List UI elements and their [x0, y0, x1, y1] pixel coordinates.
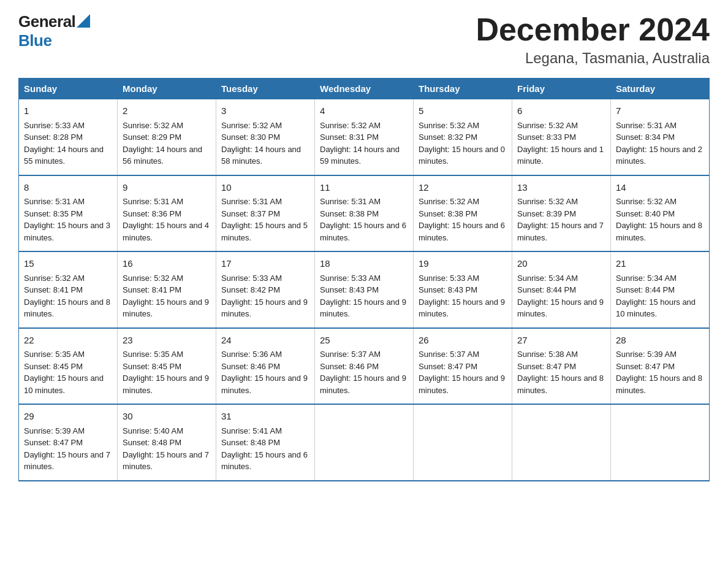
svg-marker-0: [77, 14, 90, 28]
day-number: 3: [221, 104, 309, 118]
day-info: Sunrise: 5:33 AMSunset: 8:28 PMDaylight:…: [24, 121, 104, 166]
column-header-tuesday: Tuesday: [216, 79, 315, 99]
day-number: 29: [24, 410, 112, 424]
calendar-week-row: 15Sunrise: 5:32 AMSunset: 8:41 PMDayligh…: [19, 251, 710, 328]
calendar-cell: 1Sunrise: 5:33 AMSunset: 8:28 PMDaylight…: [19, 99, 118, 175]
day-info: Sunrise: 5:33 AMSunset: 8:43 PMDaylight:…: [320, 274, 406, 319]
calendar-cell: 29Sunrise: 5:39 AMSunset: 8:47 PMDayligh…: [19, 404, 118, 481]
day-number: 17: [221, 257, 309, 271]
calendar-cell: 15Sunrise: 5:32 AMSunset: 8:41 PMDayligh…: [19, 251, 118, 328]
calendar-cell: 17Sunrise: 5:33 AMSunset: 8:42 PMDayligh…: [216, 251, 315, 328]
day-info: Sunrise: 5:34 AMSunset: 8:44 PMDaylight:…: [517, 274, 604, 319]
day-number: 8: [24, 181, 112, 195]
calendar-week-row: 29Sunrise: 5:39 AMSunset: 8:47 PMDayligh…: [19, 404, 710, 481]
day-number: 27: [517, 334, 605, 348]
calendar-cell: [611, 404, 710, 481]
day-info: Sunrise: 5:31 AMSunset: 8:37 PMDaylight:…: [221, 197, 308, 242]
day-info: Sunrise: 5:31 AMSunset: 8:34 PMDaylight:…: [616, 121, 702, 166]
day-info: Sunrise: 5:35 AMSunset: 8:45 PMDaylight:…: [24, 350, 104, 395]
day-info: Sunrise: 5:32 AMSunset: 8:39 PMDaylight:…: [517, 197, 604, 242]
calendar-cell: 2Sunrise: 5:32 AMSunset: 8:29 PMDaylight…: [118, 99, 216, 175]
day-number: 21: [616, 257, 704, 271]
calendar-cell: 11Sunrise: 5:31 AMSunset: 8:38 PMDayligh…: [315, 175, 414, 252]
day-info: Sunrise: 5:32 AMSunset: 8:41 PMDaylight:…: [123, 274, 209, 319]
day-number: 22: [24, 334, 112, 348]
day-info: Sunrise: 5:32 AMSunset: 8:38 PMDaylight:…: [419, 197, 505, 242]
day-info: Sunrise: 5:32 AMSunset: 8:31 PMDaylight:…: [320, 121, 400, 166]
calendar-cell: 14Sunrise: 5:32 AMSunset: 8:40 PMDayligh…: [611, 175, 710, 252]
calendar-title: December 2024: [476, 12, 710, 47]
calendar-cell: 20Sunrise: 5:34 AMSunset: 8:44 PMDayligh…: [512, 251, 611, 328]
calendar-cell: 24Sunrise: 5:36 AMSunset: 8:46 PMDayligh…: [216, 328, 315, 405]
calendar-cell: [315, 404, 414, 481]
day-number: 12: [419, 181, 507, 195]
day-number: 23: [123, 334, 211, 348]
day-number: 6: [517, 104, 605, 118]
calendar-week-row: 8Sunrise: 5:31 AMSunset: 8:35 PMDaylight…: [19, 175, 710, 252]
day-number: 20: [517, 257, 605, 271]
day-number: 10: [221, 181, 309, 195]
day-info: Sunrise: 5:32 AMSunset: 8:29 PMDaylight:…: [123, 121, 202, 166]
calendar-table: SundayMondayTuesdayWednesdayThursdayFrid…: [18, 78, 710, 481]
calendar-cell: 6Sunrise: 5:32 AMSunset: 8:33 PMDaylight…: [512, 99, 611, 175]
day-number: 5: [419, 104, 507, 118]
day-number: 9: [123, 181, 211, 195]
day-number: 25: [320, 334, 408, 348]
calendar-cell: 19Sunrise: 5:33 AMSunset: 8:43 PMDayligh…: [414, 251, 512, 328]
day-info: Sunrise: 5:37 AMSunset: 8:46 PMDaylight:…: [320, 350, 406, 395]
day-info: Sunrise: 5:41 AMSunset: 8:48 PMDaylight:…: [221, 426, 308, 472]
day-info: Sunrise: 5:32 AMSunset: 8:32 PMDaylight:…: [419, 121, 505, 166]
calendar-cell: 23Sunrise: 5:35 AMSunset: 8:45 PMDayligh…: [118, 328, 216, 405]
calendar-cell: 9Sunrise: 5:31 AMSunset: 8:36 PMDaylight…: [118, 175, 216, 252]
day-info: Sunrise: 5:39 AMSunset: 8:47 PMDaylight:…: [616, 350, 702, 395]
day-number: 19: [419, 257, 507, 271]
calendar-week-row: 22Sunrise: 5:35 AMSunset: 8:45 PMDayligh…: [19, 328, 710, 405]
day-number: 1: [24, 104, 112, 118]
day-info: Sunrise: 5:38 AMSunset: 8:47 PMDaylight:…: [517, 350, 604, 395]
day-number: 2: [123, 104, 211, 118]
day-info: Sunrise: 5:35 AMSunset: 8:45 PMDaylight:…: [123, 350, 209, 395]
day-info: Sunrise: 5:37 AMSunset: 8:47 PMDaylight:…: [419, 350, 505, 395]
calendar-cell: 30Sunrise: 5:40 AMSunset: 8:48 PMDayligh…: [118, 404, 216, 481]
day-info: Sunrise: 5:34 AMSunset: 8:44 PMDaylight:…: [616, 274, 696, 319]
calendar-cell: 26Sunrise: 5:37 AMSunset: 8:47 PMDayligh…: [414, 328, 512, 405]
day-number: 13: [517, 181, 605, 195]
day-number: 28: [616, 334, 704, 348]
day-info: Sunrise: 5:32 AMSunset: 8:33 PMDaylight:…: [517, 121, 604, 166]
calendar-cell: 13Sunrise: 5:32 AMSunset: 8:39 PMDayligh…: [512, 175, 611, 252]
calendar-cell: 28Sunrise: 5:39 AMSunset: 8:47 PMDayligh…: [611, 328, 710, 405]
day-number: 7: [616, 104, 704, 118]
calendar-cell: 8Sunrise: 5:31 AMSunset: 8:35 PMDaylight…: [19, 175, 118, 252]
column-header-thursday: Thursday: [414, 79, 512, 99]
calendar-cell: [512, 404, 611, 481]
day-number: 4: [320, 104, 408, 118]
calendar-cell: 5Sunrise: 5:32 AMSunset: 8:32 PMDaylight…: [414, 99, 512, 175]
page-header: General Blue December 2024 Legana, Tasma…: [18, 12, 710, 67]
logo: General Blue: [18, 12, 90, 50]
calendar-cell: 7Sunrise: 5:31 AMSunset: 8:34 PMDaylight…: [611, 99, 710, 175]
day-number: 11: [320, 181, 408, 195]
day-number: 18: [320, 257, 408, 271]
calendar-cell: 16Sunrise: 5:32 AMSunset: 8:41 PMDayligh…: [118, 251, 216, 328]
day-number: 31: [221, 410, 309, 424]
day-number: 15: [24, 257, 112, 271]
calendar-cell: 27Sunrise: 5:38 AMSunset: 8:47 PMDayligh…: [512, 328, 611, 405]
calendar-cell: 25Sunrise: 5:37 AMSunset: 8:46 PMDayligh…: [315, 328, 414, 405]
day-info: Sunrise: 5:32 AMSunset: 8:30 PMDaylight:…: [221, 121, 301, 166]
calendar-header-row: SundayMondayTuesdayWednesdayThursdayFrid…: [19, 79, 710, 99]
logo-general-text: General: [18, 12, 75, 31]
column-header-monday: Monday: [118, 79, 216, 99]
calendar-cell: 22Sunrise: 5:35 AMSunset: 8:45 PMDayligh…: [19, 328, 118, 405]
day-number: 16: [123, 257, 211, 271]
day-info: Sunrise: 5:31 AMSunset: 8:38 PMDaylight:…: [320, 197, 406, 242]
day-info: Sunrise: 5:32 AMSunset: 8:40 PMDaylight:…: [616, 197, 702, 242]
day-info: Sunrise: 5:40 AMSunset: 8:48 PMDaylight:…: [123, 426, 209, 472]
day-info: Sunrise: 5:39 AMSunset: 8:47 PMDaylight:…: [24, 426, 110, 472]
calendar-cell: 31Sunrise: 5:41 AMSunset: 8:48 PMDayligh…: [216, 404, 315, 481]
column-header-wednesday: Wednesday: [315, 79, 414, 99]
calendar-cell: [414, 404, 512, 481]
day-info: Sunrise: 5:36 AMSunset: 8:46 PMDaylight:…: [221, 350, 308, 395]
logo-blue-text: Blue: [18, 31, 51, 50]
calendar-subtitle: Legana, Tasmania, Australia: [476, 50, 710, 67]
title-block: December 2024 Legana, Tasmania, Australi…: [476, 12, 710, 67]
